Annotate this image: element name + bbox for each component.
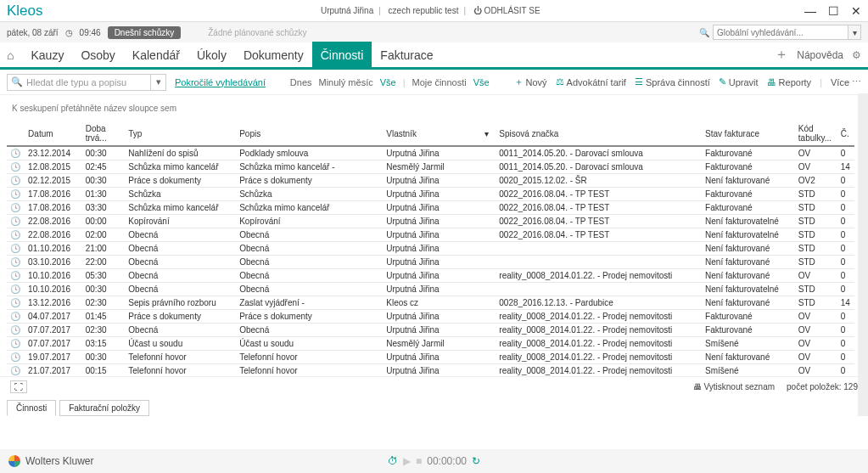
advanced-search-link[interactable]: Pokročilé vyhledávání	[175, 77, 266, 87]
filter-input[interactable]: 🔍 Hledat dle typu a popisu	[7, 74, 151, 91]
cell-vlastnik: Kleos cz	[383, 296, 481, 310]
cell-doba: 00:30	[82, 283, 126, 296]
col-c[interactable]: Č.	[837, 121, 854, 146]
print-list-button[interactable]: 🖶 Vytisknout seznam	[693, 382, 775, 391]
cell-stav: Fakturované	[702, 201, 795, 215]
col-funnel-icon[interactable]: ▾	[481, 121, 496, 146]
today-meetings-badge[interactable]: Dnešní schůzky	[108, 26, 182, 39]
cell-vlastnik: Urputná Jiřina	[383, 242, 481, 256]
col-typ[interactable]: Typ	[125, 121, 236, 146]
table-row[interactable]: 🕓04.07.201701:45Práce s dokumentyPráce s…	[7, 310, 854, 324]
cell-datum: 23.12.2014	[25, 146, 82, 160]
cell-c: 0	[837, 256, 854, 269]
quick-all2[interactable]: Vše	[473, 77, 490, 87]
table-row[interactable]: 🕓10.10.201605:30ObecnáObecnáUrputná Jiři…	[7, 269, 854, 283]
quick-today[interactable]: Dnes	[290, 77, 312, 87]
cell-kod: STD	[795, 296, 837, 310]
cell-popis: Schůzka mimo kancelář	[236, 201, 383, 215]
tab-fakturacni[interactable]: Fakturační položky	[59, 400, 149, 416]
nav-činnosti[interactable]: Činnosti	[312, 42, 372, 69]
nav-úkoly[interactable]: Úkoly	[188, 42, 235, 69]
table-row[interactable]: 🕓10.10.201600:30ObecnáObecnáUrputná Jiři…	[7, 283, 854, 296]
tab-cinnosti[interactable]: Činnosti	[7, 400, 56, 416]
cell-doba: 03:30	[82, 201, 126, 215]
cell-spis	[496, 256, 702, 269]
tarif-button[interactable]: ⚖Advokátní tarif	[556, 76, 626, 88]
right-side-panel[interactable]	[858, 93, 868, 416]
col-popis[interactable]: Popis	[236, 121, 383, 146]
table-row[interactable]: 🕓19.07.201700:30Telefonní hovorTelefonní…	[7, 351, 854, 364]
table-row[interactable]: 🕓21.07.201700:15Telefonní hovorTelefonní…	[7, 364, 854, 377]
timer-refresh-icon[interactable]: ↻	[472, 455, 480, 467]
cell-c: 0	[837, 269, 854, 283]
cell-spis: reality_0008_2014.01.22. - Prodej nemovi…	[496, 337, 702, 351]
help-link[interactable]: Nápověda	[797, 49, 843, 61]
edit-icon: ✎	[719, 76, 726, 87]
quick-all[interactable]: Vše	[380, 77, 396, 87]
row-icon: 🕓	[7, 337, 25, 351]
cell-popis: Kopírování	[236, 215, 383, 228]
table-row[interactable]: 🕓17.08.201603:30Schůzka mimo kancelářSch…	[7, 201, 854, 215]
wk-logo-icon	[8, 455, 20, 467]
nav-dokumenty[interactable]: Dokumenty	[235, 42, 312, 69]
minimize-icon[interactable]: —	[804, 4, 816, 18]
cell-datum: 01.10.2016	[25, 242, 82, 256]
table-row[interactable]: 🕓22.08.201600:00KopírováníKopírováníUrpu…	[7, 215, 854, 228]
quick-mine[interactable]: Moje činnosti	[412, 77, 467, 87]
timer-clock-icon[interactable]: ⏱	[388, 455, 398, 467]
cell-doba: 00:30	[82, 146, 126, 160]
search-dropdown-icon[interactable]: ▾	[848, 25, 861, 40]
cell-c: 0	[837, 337, 854, 351]
home-icon[interactable]: ⌂	[7, 48, 14, 62]
cell-typ: Schůzka	[125, 188, 236, 201]
new-button[interactable]: ＋Nový	[514, 76, 547, 88]
global-search-input[interactable]	[713, 25, 848, 40]
nav-fakturace[interactable]: Fakturace	[372, 42, 441, 69]
plus-icon[interactable]: ＋	[775, 46, 788, 64]
nav-osoby[interactable]: Osoby	[72, 42, 123, 69]
cell-c: 0	[837, 283, 854, 296]
close-icon[interactable]: ✕	[851, 4, 861, 18]
row-icon: 🕓	[7, 201, 25, 215]
cell-doba: 02:00	[82, 228, 126, 242]
cell-typ: Sepis právního rozboru	[125, 296, 236, 310]
col-stav[interactable]: Stav fakturace	[702, 121, 795, 146]
expand-icon[interactable]: ⛶	[10, 380, 27, 393]
logout-link[interactable]: ODHLÁSIT SE	[484, 6, 540, 15]
col-spis[interactable]: Spisová značka	[496, 121, 702, 146]
reports-button[interactable]: 🖶Reporty	[767, 76, 812, 88]
table-row[interactable]: 🕓13.12.201602:30Sepis právního rozboruZa…	[7, 296, 854, 310]
table-row[interactable]: 🕓22.08.201602:00ObecnáObecnáUrputná Jiři…	[7, 228, 854, 242]
cell-stav: Není fakturované	[702, 269, 795, 283]
cell-c: 0	[837, 364, 854, 377]
table-row[interactable]: 🕓12.08.201502:45Schůzka mimo kancelářSch…	[7, 160, 854, 174]
cell-kod: STD	[795, 242, 837, 256]
table-row[interactable]: 🕓23.12.201400:30Nahlížení do spisůPodkla…	[7, 146, 854, 160]
table-row[interactable]: 🕓01.10.201621:00ObecnáObecnáUrputná Jiři…	[7, 242, 854, 256]
table-row[interactable]: 🕓03.10.201622:00ObecnáObecnáUrputná Jiři…	[7, 256, 854, 269]
col-vlastnik[interactable]: Vlastník	[383, 121, 481, 146]
col-kod[interactable]: Kód tabulky...	[795, 121, 837, 146]
cell-stav: Není fakturované	[702, 256, 795, 269]
manage-button[interactable]: ☰Správa činností	[635, 76, 710, 88]
more-button[interactable]: Více ⋯	[831, 76, 861, 88]
edit-button[interactable]: ✎Upravit	[719, 76, 759, 88]
table-row[interactable]: 🕓07.07.201702:30ObecnáObecnáUrputná Jiři…	[7, 324, 854, 337]
table-row[interactable]: 🕓02.12.201500:30Práce s dokumentyPráce s…	[7, 174, 854, 188]
group-drop-hint[interactable]: K seskupení přetáhněte název sloupce sem	[0, 95, 868, 121]
col-datum[interactable]: Datum	[25, 121, 82, 146]
filter-placeholder: Hledat dle typu a popisu	[26, 77, 126, 87]
settings-gear-icon[interactable]: ⚙	[852, 49, 861, 61]
table-row[interactable]: 🕓17.08.201601:30SchůzkaSchůzkaUrputná Ji…	[7, 188, 854, 201]
col-doba[interactable]: Doba trvá...	[82, 121, 126, 146]
timer-stop-icon[interactable]: ■	[416, 455, 422, 467]
table-row[interactable]: 🕓07.07.201703:15Účast u souduÚčast u sou…	[7, 337, 854, 351]
nav-kauzy[interactable]: Kauzy	[22, 42, 72, 69]
cell-datum: 10.10.2016	[25, 283, 82, 296]
maximize-icon[interactable]: ☐	[828, 4, 839, 18]
filter-dropdown-icon[interactable]: ▾	[151, 74, 166, 91]
quick-lastmonth[interactable]: Minulý měsíc	[319, 77, 373, 87]
timer-play-icon[interactable]: ▶	[403, 455, 411, 467]
nav-kalendář[interactable]: Kalendář	[124, 42, 188, 69]
cell-vlastnik: Urputná Jiřina	[383, 201, 481, 215]
